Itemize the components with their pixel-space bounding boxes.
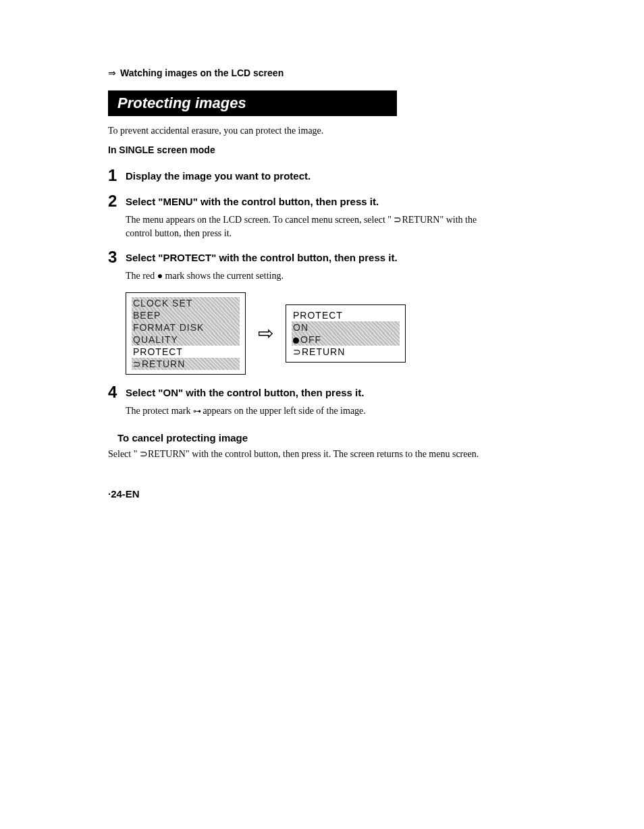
- menu-item-label: OFF: [300, 334, 321, 345]
- cancel-body: Select " ⊃RETURN" with the control butto…: [108, 448, 500, 461]
- menu-item: BEEP: [132, 309, 240, 321]
- lcd-screens-diagram: CLOCK SET BEEP FORMAT DISK QUALITY PROTE…: [126, 292, 500, 375]
- step-title: Display the image you want to protect.: [126, 167, 311, 182]
- menu-item: ⊃RETURN: [292, 346, 400, 358]
- step-title: Select "PROTECT" with the control button…: [126, 249, 398, 263]
- intro-text: To prevent accidental erasure, you can p…: [108, 126, 500, 136]
- cancel-body-post: RETURN" with the control button, then pr…: [148, 449, 479, 459]
- menu-item: QUALITY: [132, 333, 240, 346]
- step-3: 3 Select "PROTECT" with the control butt…: [108, 249, 500, 375]
- lcd-menu-screen: CLOCK SET BEEP FORMAT DISK QUALITY PROTE…: [126, 292, 246, 375]
- page-number: ·24-EN: [108, 488, 500, 500]
- protect-mark-icon: ⊶: [193, 406, 200, 417]
- step-title: Select "ON" with the control button, the…: [126, 384, 364, 398]
- step-body-pre: The protect mark: [126, 406, 193, 416]
- return-icon: ⊃: [394, 214, 402, 225]
- step-4: 4 Select "ON" with the control button, t…: [108, 384, 500, 418]
- menu-heading: PROTECT: [292, 309, 400, 321]
- step-number: 3: [108, 249, 120, 265]
- cancel-body-pre: Select ": [108, 449, 140, 459]
- step-body: The red ● mark shows the current setting…: [126, 269, 500, 283]
- step-number: 1: [108, 167, 120, 184]
- manual-page: ⇒ Watching images on the LCD screen Prot…: [0, 0, 608, 540]
- breadcrumb: ⇒ Watching images on the LCD screen: [108, 68, 500, 78]
- menu-item: CLOCK SET: [132, 297, 240, 309]
- return-icon: ⊃: [140, 448, 148, 459]
- step-body: The protect mark ⊶ appears on the upper …: [126, 404, 500, 418]
- dot-icon: [293, 338, 299, 344]
- step-title: Select "MENU" with the control button, t…: [126, 193, 379, 207]
- screen-mode-label: In SINGLE screen mode: [108, 144, 500, 155]
- breadcrumb-arrow-icon: ⇒: [108, 68, 116, 78]
- menu-item: ⊃RETURN: [132, 358, 240, 370]
- cancel-heading: To cancel protecting image: [117, 432, 500, 444]
- step-number: 2: [108, 193, 120, 209]
- step-1: 1 Display the image you want to protect.: [108, 167, 500, 184]
- step-2: 2 Select "MENU" with the control button,…: [108, 193, 500, 240]
- step-body: The menu appears on the LCD screen. To c…: [126, 213, 500, 240]
- breadcrumb-text: Watching images on the LCD screen: [120, 68, 284, 78]
- step-number: 4: [108, 384, 120, 400]
- menu-item: ON: [292, 321, 400, 333]
- menu-item: FORMAT DISK: [132, 321, 240, 333]
- menu-item-selected: PROTECT: [132, 346, 240, 358]
- arrow-right-icon: ⇨: [258, 322, 273, 344]
- lcd-protect-screen: PROTECT ON OFF ⊃RETURN: [286, 304, 406, 363]
- step-body-pre: The menu appears on the LCD screen. To c…: [126, 215, 394, 225]
- menu-item-current: OFF: [292, 333, 400, 346]
- step-body-post: appears on the upper left side of the im…: [200, 406, 366, 416]
- section-title: Protecting images: [108, 90, 397, 116]
